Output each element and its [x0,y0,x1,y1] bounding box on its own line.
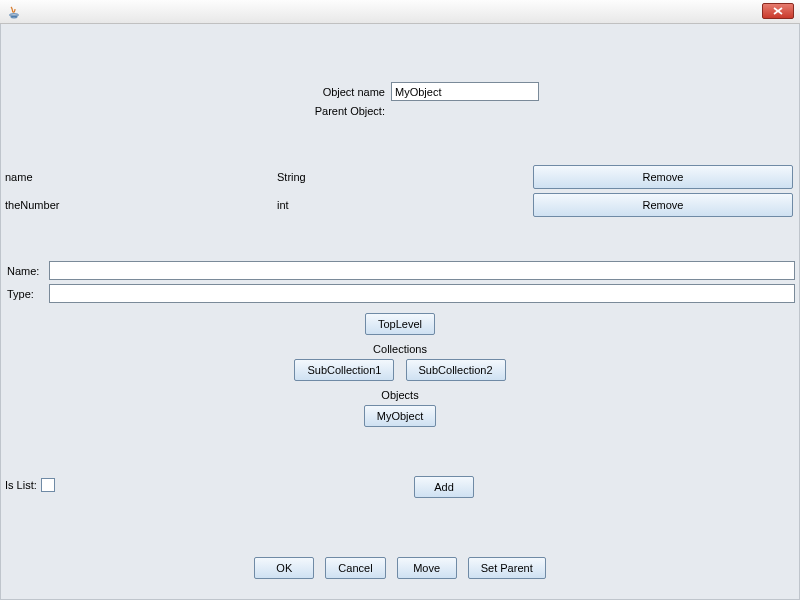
prop-name: theNumber [1,199,277,211]
name-field-label: Name: [5,265,49,277]
parent-object-label: Parent Object: [261,105,391,117]
close-button[interactable] [762,3,794,19]
name-type-form: Name: Type: [1,261,799,303]
ok-button[interactable]: OK [254,557,314,579]
properties-table: name String Remove theNumber int Remove [1,163,799,219]
objects-label: Objects [1,389,799,401]
object-header-form: Object name Parent Object: [1,24,799,117]
toplevel-button[interactable]: TopLevel [365,313,435,335]
name-field[interactable] [49,261,795,280]
table-row: theNumber int Remove [1,191,799,219]
prop-name: name [1,171,277,183]
remove-button[interactable]: Remove [533,193,793,217]
object-button[interactable]: MyObject [364,405,436,427]
move-button[interactable]: Move [397,557,457,579]
table-row: name String Remove [1,163,799,191]
java-icon [6,4,22,20]
prop-type: String [277,171,533,183]
collection-button[interactable]: SubCollection1 [294,359,394,381]
prop-type: int [277,199,533,211]
svg-point-1 [11,16,17,18]
remove-button[interactable]: Remove [533,165,793,189]
cancel-button[interactable]: Cancel [325,557,385,579]
set-parent-button[interactable]: Set Parent [468,557,546,579]
collections-label: Collections [1,343,799,355]
collection-button[interactable]: SubCollection2 [406,359,506,381]
object-name-label: Object name [261,86,391,98]
type-field[interactable] [49,284,795,303]
add-button[interactable]: Add [414,476,474,498]
bottom-toolbar: OK Cancel Move Set Parent [1,555,799,581]
object-name-input[interactable] [391,82,539,101]
hierarchy-section: TopLevel Collections SubCollection1 SubC… [1,311,799,429]
type-field-label: Type: [5,288,49,300]
client-area: Object name Parent Object: name String R… [0,24,800,600]
titlebar [0,0,800,24]
